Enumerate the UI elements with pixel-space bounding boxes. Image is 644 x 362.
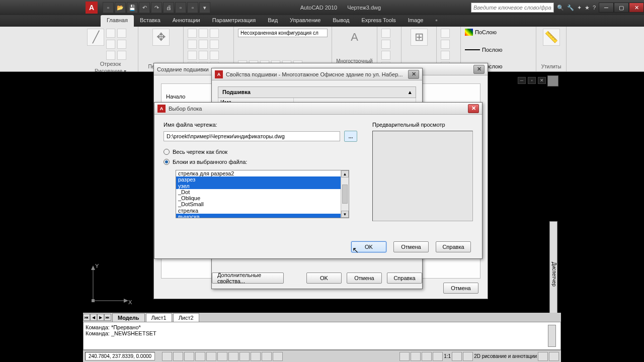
command-scrollbar[interactable] [548,325,556,347]
open-icon[interactable]: 📂 [115,2,126,13]
radio-whole-drawing[interactable]: Весь чертеж как блок [164,149,357,155]
list-item[interactable]: _Dot [176,189,341,195]
mod-icon[interactable] [210,40,219,49]
mod-icon[interactable] [188,40,197,49]
ortho-toggle[interactable] [184,352,194,361]
undo-icon[interactable]: ↶ [139,2,150,13]
layer-state-dropdown[interactable]: Несохраненная конфигурация сл [238,29,328,37]
mod-icon[interactable] [199,40,208,49]
annot-icon[interactable] [381,40,390,49]
color-control[interactable]: ПоСлою [475,29,497,35]
doc-minimize-button[interactable]: ─ [518,77,526,84]
cancel-button[interactable]: Отмена [443,283,478,294]
polar-toggle[interactable] [195,352,205,361]
close-button[interactable]: ✕ [629,3,644,13]
osnap-toggle[interactable] [206,352,216,361]
draw-icon[interactable] [106,51,115,60]
doc-restore-button[interactable]: ▫ [528,77,536,84]
radio-blocks-from-file[interactable]: Блоки из выбранного файла: [164,159,357,165]
block-listbox[interactable]: стрелка для разреза2разрезузел_Dot_Obliq… [176,170,349,218]
scroll-down-icon[interactable]: ▼ [341,211,349,218]
doc-close-button[interactable]: ✕ [538,77,546,84]
new-icon[interactable]: ▫ [103,2,114,13]
list-item[interactable]: _Oblique [176,195,341,201]
cancel-button[interactable]: Отмена [393,241,429,252]
ok-button[interactable]: OK [306,273,342,284]
list-item[interactable]: стрелка [176,208,341,214]
otrack-toggle[interactable] [217,352,227,361]
annot-icon[interactable] [381,29,390,38]
tab-model[interactable]: Модель [112,313,145,322]
cancel-button[interactable]: Отмена [347,273,382,284]
browse-button[interactable]: ... [344,131,357,142]
list-item[interactable]: разрез [176,176,341,183]
dialog-close-button[interactable]: ✕ [468,104,479,113]
draw-icon[interactable] [117,40,126,49]
insert-block-icon[interactable]: ⊞ [411,29,428,46]
tab-next-icon[interactable]: ▶ [97,314,104,321]
dialog-close-button[interactable]: ✕ [473,65,485,74]
dyn-toggle[interactable] [239,352,250,361]
mod-icon[interactable] [188,51,197,60]
block-icon[interactable] [441,29,450,38]
tab-home[interactable]: Главная [101,15,134,27]
move-tool-icon[interactable]: ✥ [152,29,170,46]
tab-sheet1[interactable]: Лист1 [146,313,172,322]
dialog-close-button[interactable]: ✕ [408,70,419,79]
status-btn[interactable] [433,352,443,361]
tab-insert[interactable]: Вставка [134,15,167,27]
status-toggle[interactable] [273,352,283,361]
measure-icon[interactable]: 📏 [543,29,560,46]
list-item[interactable]: стрелка для разреза2 [176,170,341,176]
tab-first-icon[interactable]: ⏮ [83,314,90,321]
app-icon[interactable]: A [86,2,98,14]
mod-icon[interactable] [199,29,208,38]
dialog-titlebar[interactable]: A Выбор блока ✕ [154,103,482,115]
lineweight-control[interactable]: Послою [482,47,502,53]
mod-icon[interactable] [199,51,208,60]
draw-icon[interactable] [117,51,126,60]
tab-express[interactable]: Express Tools [356,15,402,27]
redo-icon[interactable]: ↷ [151,2,162,13]
tab-image[interactable]: Image [402,15,430,27]
workspace-label[interactable]: 2D рисование и аннотации [474,353,537,359]
annot-icon[interactable] [381,51,390,60]
line-tool-icon[interactable]: ╱ [87,29,104,46]
coordinates-display[interactable]: 240.7804, 237.8339, 0.0000 [85,352,155,360]
search-icon[interactable]: 🔍 [557,5,564,11]
mtext-icon[interactable]: A [346,29,363,46]
palette-toggle-button[interactable] [547,75,558,86]
search-input[interactable] [471,3,554,13]
status-btn[interactable] [538,352,548,361]
tab-annotate[interactable]: Аннотации [167,15,206,27]
scroll-thumb[interactable] [342,185,348,204]
additional-properties-button[interactable]: Дополнительные свойства... [212,273,284,284]
print-icon[interactable]: 🖨 [163,2,174,13]
favorite-icon[interactable]: ★ [585,5,590,11]
dispatcher-panel[interactable]: Диспетчер [549,221,557,327]
lwt-toggle[interactable] [251,352,261,361]
status-btn[interactable] [411,352,421,361]
block-icon[interactable] [441,51,450,60]
qat-btn[interactable]: ▫ [175,2,186,13]
help-button[interactable]: Справка [387,273,422,284]
dialog-titlebar[interactable]: A Свойства подшивки - Многоэтажное Офисн… [212,68,422,80]
file-path-input[interactable]: D:\proekt\пример\Чертежи\индификаторы.dw… [164,131,340,141]
rect-icon[interactable] [117,29,126,38]
maximize-button[interactable]: ▢ [614,3,629,13]
property-section-header[interactable]: Подшивка▴ [218,86,416,98]
mod-icon[interactable] [188,29,197,38]
wizard-step-begin[interactable]: Начало [166,94,204,100]
ok-button[interactable]: OK [351,241,386,252]
mod-icon[interactable] [210,29,219,38]
key-icon[interactable]: 🔧 [567,5,574,11]
minimize-button[interactable]: ─ [599,3,614,13]
qat-dropdown-icon[interactable]: ▾ [199,2,210,13]
tab-last-icon[interactable]: ⏭ [104,314,111,321]
help-icon[interactable]: ? [593,5,596,11]
help-button[interactable]: Справка [436,241,471,252]
qat-btn[interactable]: ▫ [187,2,198,13]
status-btn[interactable] [549,352,559,361]
tab-extra-icon[interactable]: ▫ [429,15,443,27]
tab-output[interactable]: Вывод [327,15,355,27]
